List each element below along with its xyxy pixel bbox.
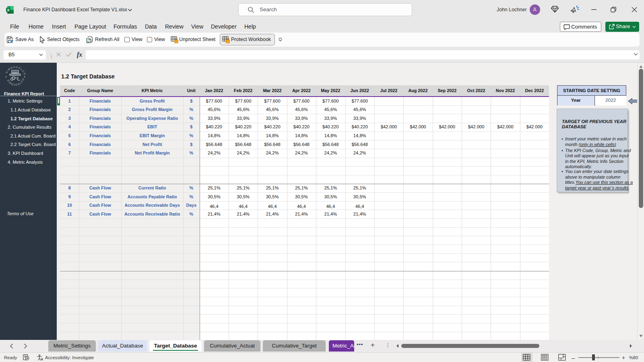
svg-text:X: X	[7, 8, 9, 12]
svg-text:SIREXCELCO: SIREXCELCO	[5, 66, 26, 76]
svg-text:SIREXCELCO: SIREXCELCO	[6, 77, 25, 86]
